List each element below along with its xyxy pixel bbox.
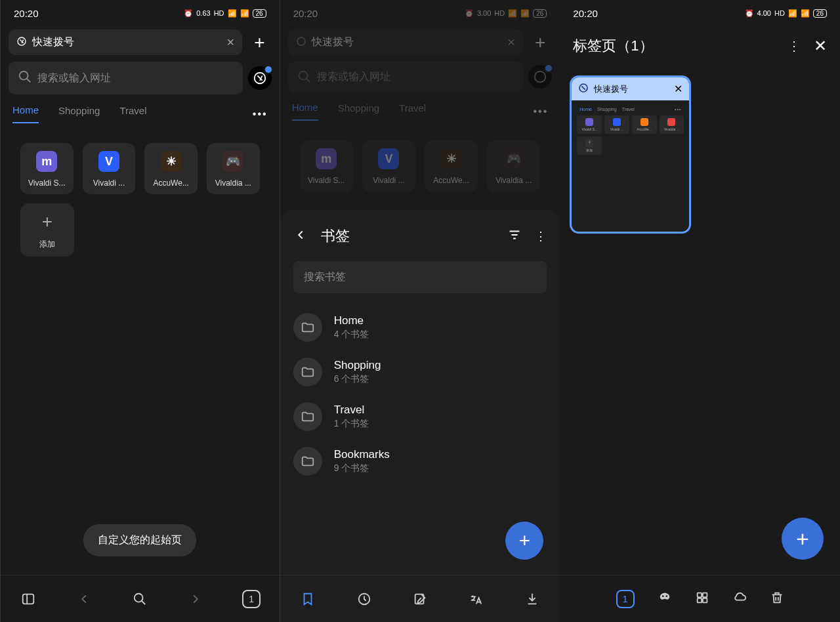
sync-tabs-icon[interactable] xyxy=(695,591,709,608)
status-time: 20:20 xyxy=(573,8,598,19)
notes-icon[interactable] xyxy=(404,592,436,606)
translate-icon[interactable] xyxy=(459,592,492,606)
dial-label: AccuWe... xyxy=(153,178,188,188)
add-bookmark-button[interactable]: + xyxy=(505,522,543,560)
tab-bar: 快速拨号 × + xyxy=(1,26,280,58)
panel-speed-dial: 20:20 ⏰ 0.63 HD 📶 📶 26 快速拨号 × + 搜索或输入网址 … xyxy=(0,0,280,622)
tab-card-title: 快速拨号 xyxy=(594,83,628,95)
svg-rect-3 xyxy=(23,594,34,604)
close-icon[interactable]: ✕ xyxy=(814,37,827,55)
folder-icon xyxy=(293,447,322,476)
tabs-button[interactable]: 1 xyxy=(235,590,268,608)
search-input: 搜索或输入网址 xyxy=(288,62,524,92)
tabs-header: 标签页（1） ⋮ ✕ xyxy=(560,26,840,66)
customize-start-page-button[interactable]: 自定义您的起始页 xyxy=(83,524,196,556)
svg-point-5 xyxy=(297,37,305,45)
speed-dial-tabs: Home Shopping Travel ••• xyxy=(1,94,280,123)
nav-tab-home[interactable]: Home xyxy=(12,104,39,123)
svg-rect-14 xyxy=(703,598,707,602)
more-icon[interactable]: ••• xyxy=(253,108,268,120)
tab-card-header: 快速拨号 ✕ xyxy=(572,77,689,100)
forward-icon[interactable] xyxy=(179,592,212,606)
bookmark-search-input[interactable]: 搜索书签 xyxy=(293,261,547,293)
search-input[interactable]: 搜索或输入网址 xyxy=(9,62,243,94)
folder-icon xyxy=(293,358,322,386)
tab-preview: Home Shopping Travel ••• Vivaldi S... Vi… xyxy=(572,100,689,232)
dial-icon: V xyxy=(98,151,119,172)
close-icon[interactable]: × xyxy=(227,35,235,50)
status-bar: 20:20 ⏰3.00HD📶📶 26 xyxy=(280,0,560,26)
tab-preview-card[interactable]: 快速拨号 ✕ Home Shopping Travel ••• Vivaldi … xyxy=(570,75,691,234)
private-icon[interactable] xyxy=(658,591,672,608)
bookmark-folder[interactable]: Bookmarks9 个书签 xyxy=(280,439,560,484)
speed-dial-item[interactable]: ☀ AccuWe... xyxy=(144,143,198,194)
speed-dial-item[interactable]: V Vivaldi ... xyxy=(83,143,136,194)
cloud-icon[interactable] xyxy=(732,591,747,608)
tabs-title: 标签页（1） xyxy=(573,36,788,56)
status-bar: 20:20 ⏰4.00HD📶📶 26 xyxy=(560,0,840,26)
speed-indicator: 0.63 xyxy=(196,9,210,17)
downloads-icon[interactable] xyxy=(516,592,549,606)
folder-icon xyxy=(293,313,322,342)
dial-icon: 🎮 xyxy=(222,151,243,172)
bookmark-folder[interactable]: Home4 个书签 xyxy=(280,305,560,350)
speed-dial-item[interactable]: 🎮 Vivaldia ... xyxy=(207,143,260,194)
dial-icon: m xyxy=(36,151,57,172)
bookmark-folder[interactable]: Shopping6 个书签 xyxy=(280,350,560,394)
vivaldi-icon xyxy=(16,36,27,49)
search-icon[interactable] xyxy=(123,592,156,606)
svg-point-1 xyxy=(20,72,28,80)
folder-icon xyxy=(293,402,322,431)
vivaldi-icon xyxy=(578,83,589,95)
status-icons: ⏰4.00HD📶📶 26 xyxy=(745,9,827,18)
bottom-nav: 1 xyxy=(560,575,840,622)
wifi-icon: 📶 xyxy=(228,9,237,18)
close-tab-icon[interactable]: ✕ xyxy=(674,83,682,95)
search-placeholder: 搜索或输入网址 xyxy=(37,72,111,85)
history-icon[interactable] xyxy=(348,592,381,606)
delete-icon[interactable] xyxy=(770,591,784,608)
status-time: 20:20 xyxy=(14,8,39,19)
filter-icon[interactable] xyxy=(507,228,522,245)
dial-label: Vivaldi ... xyxy=(93,178,125,188)
tab-title: 快速拨号 xyxy=(32,35,74,49)
bottom-nav: 1 xyxy=(1,575,280,622)
panel-icon[interactable] xyxy=(12,592,45,606)
new-tab-button[interactable]: + xyxy=(247,32,271,53)
new-tab-button[interactable]: + xyxy=(782,518,824,560)
back-icon[interactable] xyxy=(68,592,100,606)
browser-tab[interactable]: 快速拨号 × xyxy=(9,30,242,55)
back-icon[interactable] xyxy=(293,228,308,245)
svg-point-6 xyxy=(299,72,307,80)
speed-dial-grid: m Vivaldi S... V Vivaldi ... ☀ AccuWe...… xyxy=(1,123,280,194)
nav-tab-travel[interactable]: Travel xyxy=(119,105,146,123)
more-icon[interactable]: ⋮ xyxy=(535,229,547,243)
more-icon[interactable]: ⋮ xyxy=(788,38,801,54)
signal-icon: 📶 xyxy=(240,9,249,18)
bookmarks-icon[interactable] xyxy=(291,592,324,606)
add-dial-button[interactable]: + 添加 xyxy=(20,203,74,257)
battery-icon: 26 xyxy=(253,9,266,18)
bookmarks-sheet: 书签 ⋮ 搜索书签 Home4 个书签 Shopping6 个书签 Travel… xyxy=(280,210,560,622)
plus-icon: + xyxy=(42,211,52,232)
tabs-icon[interactable]: 1 xyxy=(616,590,635,608)
status-icons: ⏰ 0.63 HD 📶 📶 26 xyxy=(184,9,266,18)
svg-rect-12 xyxy=(703,592,707,596)
svg-point-4 xyxy=(135,593,143,602)
hd-icon: HD xyxy=(214,9,224,17)
vivaldi-menu-button[interactable] xyxy=(248,66,272,90)
svg-point-7 xyxy=(535,72,546,83)
address-bar: 搜索或输入网址 xyxy=(1,62,280,94)
status-bar: 20:20 ⏰ 0.63 HD 📶 📶 26 xyxy=(1,0,280,26)
nav-tab-shopping[interactable]: Shopping xyxy=(58,105,100,123)
add-label: 添加 xyxy=(39,239,55,250)
dial-label: Vivaldia ... xyxy=(215,178,251,188)
dial-label: Vivaldi S... xyxy=(28,178,65,188)
svg-rect-11 xyxy=(697,592,701,596)
alarm-icon: ⏰ xyxy=(184,9,193,18)
search-icon xyxy=(18,70,32,87)
bottom-nav xyxy=(280,575,560,622)
speed-dial-item[interactable]: m Vivaldi S... xyxy=(20,143,74,194)
browser-tab: 快速拨号 × xyxy=(288,30,523,55)
bookmark-folder[interactable]: Travel1 个书签 xyxy=(280,394,560,439)
